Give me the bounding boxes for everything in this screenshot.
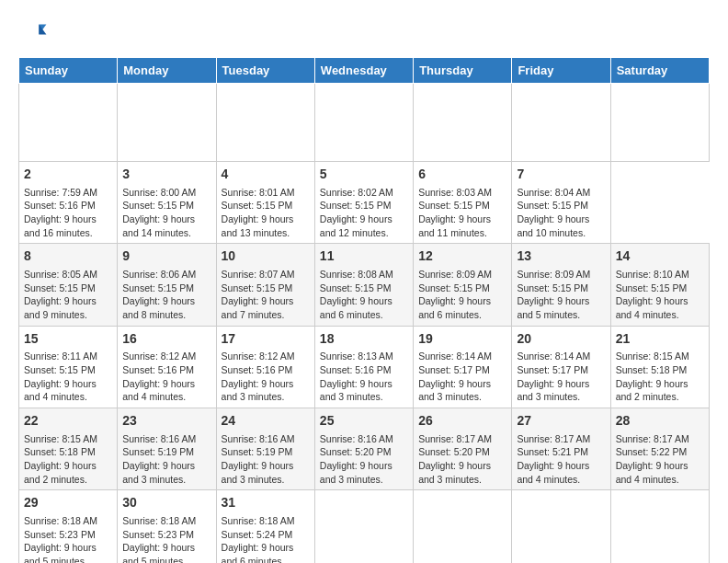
day-cell-19: 19Sunrise: 8:14 AMSunset: 5:17 PMDayligh…: [414, 326, 512, 408]
day-cell-22: 22Sunrise: 8:15 AMSunset: 5:18 PMDayligh…: [19, 408, 118, 490]
sunset: Sunset: 5:18 PM: [24, 446, 96, 457]
sunrise: Sunrise: 8:02 AM: [320, 187, 393, 198]
day-cell-5: 5Sunrise: 8:02 AMSunset: 5:15 PMDaylight…: [314, 162, 413, 244]
daylight: Daylight: 9 hours and 3 minutes.: [418, 460, 491, 485]
week-row-1: [19, 84, 710, 162]
sunrise: Sunrise: 8:11 AM: [24, 350, 97, 362]
sunset: Sunset: 5:16 PM: [320, 364, 392, 375]
day-number: 30: [122, 494, 210, 512]
week-row-3: 8Sunrise: 8:05 AMSunset: 5:15 PMDaylight…: [19, 244, 710, 326]
day-headers-row: SundayMondayTuesdayWednesdayThursdayFrid…: [19, 58, 710, 84]
week-row-2: 2Sunrise: 7:59 AMSunset: 5:16 PMDaylight…: [19, 162, 710, 244]
day-cell-31: 31Sunrise: 8:18 AMSunset: 5:24 PMDayligh…: [216, 490, 314, 563]
day-cell-2: 2Sunrise: 7:59 AMSunset: 5:16 PMDaylight…: [19, 162, 118, 244]
day-number: 5: [320, 166, 408, 184]
sunset: Sunset: 5:22 PM: [616, 446, 688, 457]
daylight: Daylight: 9 hours and 9 minutes.: [24, 295, 97, 320]
day-cell-23: 23Sunrise: 8:16 AMSunset: 5:19 PMDayligh…: [118, 408, 216, 490]
sunrise: Sunrise: 8:03 AM: [418, 187, 492, 198]
day-number: 7: [517, 166, 605, 184]
sunrise: Sunrise: 8:13 AM: [320, 350, 393, 362]
sunset: Sunset: 5:16 PM: [222, 364, 293, 375]
sunrise: Sunrise: 8:07 AM: [222, 269, 295, 280]
day-number: 21: [616, 330, 704, 349]
week-row-4: 15Sunrise: 8:11 AMSunset: 5:15 PMDayligh…: [19, 326, 710, 408]
empty-cell: [512, 84, 610, 162]
daylight: Daylight: 9 hours and 12 minutes.: [320, 213, 392, 238]
day-number: 2: [24, 166, 112, 184]
daylight: Daylight: 9 hours and 5 minutes.: [24, 542, 97, 563]
day-number: 9: [122, 247, 210, 266]
day-cell-8: 8Sunrise: 8:05 AMSunset: 5:15 PMDaylight…: [19, 244, 118, 326]
day-cell-28: 28Sunrise: 8:17 AMSunset: 5:22 PMDayligh…: [610, 408, 709, 490]
empty-cell: [610, 84, 709, 162]
sunrise: Sunrise: 8:04 AM: [517, 187, 590, 198]
sunrise: Sunrise: 8:05 AM: [24, 269, 97, 280]
day-number: 17: [222, 330, 310, 349]
sunrise: Sunrise: 8:01 AM: [222, 187, 295, 198]
empty-cell: [19, 84, 118, 162]
sunrise: Sunrise: 8:12 AM: [122, 350, 196, 362]
sunset: Sunset: 5:15 PM: [517, 282, 588, 293]
column-header-sunday: Sunday: [19, 58, 118, 84]
day-cell-26: 26Sunrise: 8:17 AMSunset: 5:20 PMDayligh…: [414, 408, 512, 490]
sunrise: Sunrise: 8:09 AM: [517, 269, 590, 280]
day-cell-21: 21Sunrise: 8:15 AMSunset: 5:18 PMDayligh…: [610, 326, 709, 408]
daylight: Daylight: 9 hours and 3 minutes.: [517, 378, 589, 403]
day-number: 11: [320, 247, 408, 266]
day-number: 10: [222, 247, 310, 266]
daylight: Daylight: 9 hours and 4 minutes.: [517, 460, 589, 485]
day-cell-15: 15Sunrise: 8:11 AMSunset: 5:15 PMDayligh…: [19, 326, 118, 408]
day-cell-18: 18Sunrise: 8:13 AMSunset: 5:16 PMDayligh…: [314, 326, 413, 408]
day-cell-24: 24Sunrise: 8:16 AMSunset: 5:19 PMDayligh…: [216, 408, 314, 490]
sunset: Sunset: 5:24 PM: [222, 529, 293, 540]
sunrise: Sunrise: 8:14 AM: [418, 350, 492, 362]
sunset: Sunset: 5:15 PM: [222, 200, 293, 211]
day-cell-11: 11Sunrise: 8:08 AMSunset: 5:15 PMDayligh…: [314, 244, 413, 326]
column-header-friday: Friday: [512, 58, 610, 84]
sunrise: Sunrise: 8:14 AM: [517, 350, 590, 362]
sunset: Sunset: 5:19 PM: [222, 446, 293, 457]
day-cell-30: 30Sunrise: 8:18 AMSunset: 5:23 PMDayligh…: [118, 490, 216, 563]
sunset: Sunset: 5:15 PM: [320, 200, 392, 211]
sunrise: Sunrise: 7:59 AM: [24, 187, 97, 198]
sunrise: Sunrise: 8:18 AM: [222, 515, 295, 526]
sunrise: Sunrise: 8:16 AM: [122, 433, 196, 444]
day-number: 25: [320, 412, 408, 431]
daylight: Daylight: 9 hours and 4 minutes.: [122, 378, 195, 403]
daylight: Daylight: 9 hours and 6 minutes.: [222, 542, 294, 563]
daylight: Daylight: 9 hours and 11 minutes.: [418, 213, 491, 238]
daylight: Daylight: 9 hours and 4 minutes.: [24, 378, 97, 403]
day-number: 27: [517, 412, 605, 431]
sunset: Sunset: 5:15 PM: [122, 282, 194, 293]
empty-cell: [414, 84, 512, 162]
column-header-thursday: Thursday: [414, 58, 512, 84]
sunset: Sunset: 5:15 PM: [418, 282, 490, 293]
sunrise: Sunrise: 8:06 AM: [122, 269, 196, 280]
daylight: Daylight: 9 hours and 16 minutes.: [24, 213, 97, 238]
day-number: 8: [24, 247, 112, 266]
sunset: Sunset: 5:16 PM: [122, 364, 194, 375]
sunset: Sunset: 5:19 PM: [122, 446, 194, 457]
day-cell-29: 29Sunrise: 8:18 AMSunset: 5:23 PMDayligh…: [19, 490, 118, 563]
day-number: 20: [517, 330, 605, 349]
sunrise: Sunrise: 8:15 AM: [616, 350, 689, 362]
empty-cell: [414, 490, 512, 563]
daylight: Daylight: 9 hours and 5 minutes.: [517, 295, 589, 320]
daylight: Daylight: 9 hours and 8 minutes.: [122, 295, 195, 320]
daylight: Daylight: 9 hours and 4 minutes.: [616, 295, 688, 320]
column-header-wednesday: Wednesday: [314, 58, 413, 84]
sunset: Sunset: 5:18 PM: [616, 364, 688, 375]
daylight: Daylight: 9 hours and 3 minutes.: [320, 460, 392, 485]
day-number: 13: [517, 247, 605, 266]
day-number: 29: [24, 494, 112, 512]
day-cell-9: 9Sunrise: 8:06 AMSunset: 5:15 PMDaylight…: [118, 244, 216, 326]
daylight: Daylight: 9 hours and 3 minutes.: [222, 378, 294, 403]
day-cell-12: 12Sunrise: 8:09 AMSunset: 5:15 PMDayligh…: [414, 244, 512, 326]
sunrise: Sunrise: 8:16 AM: [320, 433, 393, 444]
sunset: Sunset: 5:15 PM: [122, 200, 194, 211]
day-cell-7: 7Sunrise: 8:04 AMSunset: 5:15 PMDaylight…: [512, 162, 610, 244]
week-row-5: 22Sunrise: 8:15 AMSunset: 5:18 PMDayligh…: [19, 408, 710, 490]
daylight: Daylight: 9 hours and 7 minutes.: [222, 295, 294, 320]
day-number: 3: [122, 166, 210, 184]
